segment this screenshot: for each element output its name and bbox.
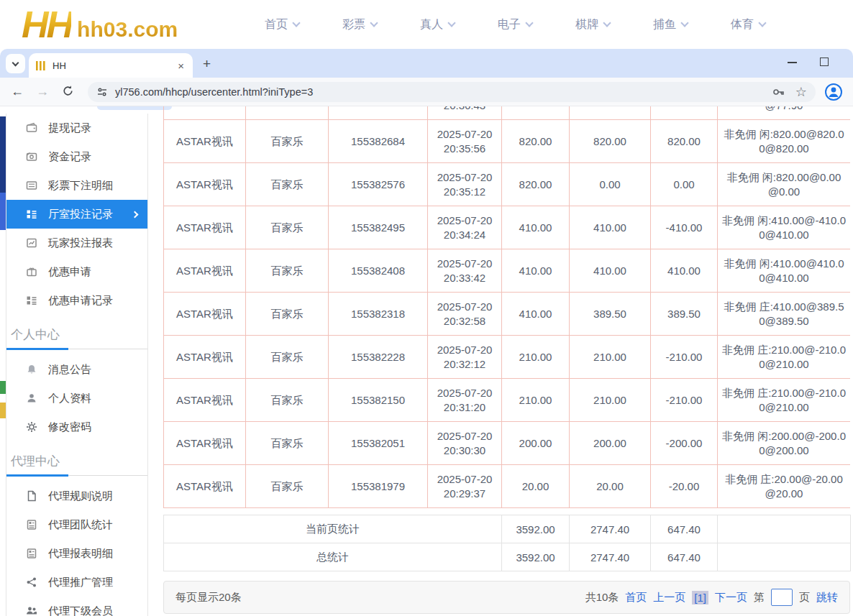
nav-item-sports[interactable]: 体育 — [731, 17, 765, 32]
site-logo[interactable]: HH hh03.com — [22, 3, 178, 46]
back-button[interactable]: ← — [11, 83, 24, 99]
table-row-partial: 20:36:43 @77.90 — [164, 106, 851, 120]
grid-list-icon — [26, 295, 37, 306]
cell-bet: 410.00 — [502, 206, 570, 249]
cell-time: 2025-07-2020:35:56 — [428, 120, 502, 163]
cell-time: 2025-07-2020:32:12 — [428, 336, 502, 379]
share-icon — [26, 576, 37, 588]
tab-close-icon[interactable]: × — [176, 60, 186, 72]
table-row: ASTAR视讯 百家乐 155382318 2025-07-2020:32:58… — [164, 293, 851, 336]
summary-valid: 2747.40 — [570, 515, 651, 543]
logo-domain-text: hh03.com — [77, 17, 178, 42]
forward-button[interactable]: → — [36, 83, 49, 99]
sidebar-item-player-bet-report[interactable]: 玩家投注报表 — [6, 229, 147, 257]
page-jump-input[interactable] — [771, 589, 793, 606]
cell-winloss: 389.50 — [651, 293, 718, 336]
jump-button[interactable]: 跳转 — [816, 591, 838, 604]
table-row: ASTAR视讯 百家乐 155382408 2025-07-2020:33:42… — [164, 249, 851, 293]
cell-winloss: -210.00 — [651, 336, 718, 379]
section-underline — [6, 348, 68, 350]
nav-item-live[interactable]: 真人 — [420, 17, 455, 32]
table-row: ASTAR视讯 百家乐 155382150 2025-07-2020:31:20… — [164, 379, 851, 422]
cell-bet-id: 155381979 — [329, 465, 428, 508]
sidebar-item-profile[interactable]: 个人资料 — [6, 384, 147, 413]
money-icon — [26, 151, 37, 162]
total-count-text: 共10条 — [585, 591, 619, 604]
nav-item-cards[interactable]: 棋牌 — [575, 17, 610, 32]
chevron-down-icon — [370, 19, 378, 27]
sidebar-item-promo-apply[interactable]: 优惠申请 — [6, 257, 147, 286]
cell-bet-id: 155382576 — [329, 163, 428, 206]
cell-game: 百家乐 — [246, 379, 329, 422]
cell-winloss: 0.00 — [651, 163, 718, 206]
sidebar-item-agent-report-detail[interactable]: 代理报表明细 — [6, 539, 147, 568]
cell-bet-id: 155382495 — [329, 206, 428, 249]
bell-icon — [26, 364, 37, 375]
window-minimize-button[interactable] — [788, 62, 797, 63]
sidebar-item-promo-apply-records[interactable]: 优惠申请记录 — [6, 286, 147, 315]
page-edge-sliver — [0, 116, 6, 193]
nav-item-lottery[interactable]: 彩票 — [342, 17, 377, 32]
cell-remark: 非免佣 闲:820.00@0.00@0.00 — [718, 163, 851, 206]
nav-item-slots[interactable]: 电子 — [498, 17, 532, 32]
nav-item-fishing[interactable]: 捕鱼 — [653, 17, 688, 32]
cell-remark: 非免佣 庄:210.00@-210.00@210.00 — [718, 379, 851, 422]
summary-label: 当前页统计 — [164, 515, 502, 543]
address-bar[interactable]: yl756.com/hhcp/usercenter.html?iniType=3… — [88, 82, 816, 102]
cell-remark: 非免佣 闲:820.00@820.00@820.00 — [718, 120, 851, 163]
summary-winloss: 647.40 — [651, 543, 718, 571]
cell-bet-id: 155382051 — [329, 422, 428, 465]
cell-valid: 389.50 — [570, 293, 651, 336]
sidebar-item-lottery-bet-detail[interactable]: 彩票下注明细 — [6, 171, 147, 200]
nav-item-home[interactable]: 首页 — [265, 17, 299, 32]
sidebar-section-personal: 个人中心 — [6, 322, 147, 349]
jump-prefix-text: 第 — [754, 591, 765, 604]
chevron-down-icon — [680, 19, 688, 27]
site-settings-icon[interactable] — [96, 86, 108, 98]
cell-valid: 410.00 — [570, 249, 651, 293]
bookmark-star-icon[interactable]: ☆ — [795, 84, 807, 100]
sidebar-item-hall-bet-records[interactable]: 厅室投注记录 — [6, 200, 147, 229]
next-page-link[interactable]: 下一页 — [715, 591, 747, 604]
cell-bet: 200.00 — [502, 422, 570, 465]
tab-search-button[interactable] — [6, 54, 25, 73]
cell-bet: 20.00 — [502, 465, 570, 508]
profile-avatar-icon[interactable] — [824, 83, 843, 104]
reload-button[interactable] — [62, 85, 74, 101]
sidebar-item-agent-team-stats[interactable]: 代理团队统计 — [6, 510, 147, 539]
grid-list-icon — [26, 208, 37, 220]
sidebar-item-announcements[interactable]: 消息公告 — [6, 355, 147, 384]
list-icon — [26, 180, 37, 191]
prev-page-link[interactable]: 上一页 — [653, 591, 685, 604]
cell-hall: ASTAR视讯 — [164, 293, 246, 336]
first-page-link[interactable]: 首页 — [625, 591, 647, 604]
chevron-down-icon — [603, 19, 611, 27]
table-row: ASTAR视讯 百家乐 155381979 2025-07-2020:29:37… — [164, 465, 851, 508]
sidebar-item-agent-promotion[interactable]: 代理推广管理 — [6, 568, 147, 597]
sidebar-item-withdraw-records[interactable]: 提现记录 — [6, 114, 147, 142]
cell-bet: 410.00 — [502, 249, 570, 293]
cell-valid: 0.00 — [570, 163, 651, 206]
cell-game: 百家乐 — [246, 422, 329, 465]
sidebar-item-agent-members[interactable]: 代理下级会员 — [6, 597, 147, 616]
cell-hall: ASTAR视讯 — [164, 249, 246, 293]
browser-toolbar: ← → yl756.com/hhcp/usercenter.html?iniTy… — [0, 78, 853, 106]
sidebar-item-fund-records[interactable]: 资金记录 — [6, 142, 147, 171]
cell-valid: 200.00 — [570, 422, 651, 465]
table-scroll-clip: 20:36:43 @77.90 ASTAR视讯 百家乐 155382684 20… — [163, 106, 850, 515]
cell-valid: 210.00 — [570, 336, 651, 379]
window-maximize-button[interactable] — [820, 58, 829, 66]
browser-tab[interactable]: HH × — [29, 53, 193, 78]
cell-remark: 非免佣 庄:410.00@389.50@389.50 — [718, 293, 851, 336]
url-text: yl756.com/hhcp/usercenter.html?iniType=3 — [115, 86, 771, 98]
summary-row-page: 当前页统计 3592.00 2747.40 647.40 — [164, 515, 851, 543]
document-icon — [26, 490, 37, 502]
cell-time: 2025-07-2020:29:37 — [428, 465, 502, 508]
new-tab-button[interactable]: + — [203, 56, 211, 72]
sidebar-item-agent-rules[interactable]: 代理规则说明 — [6, 482, 147, 510]
cell-bet: 210.00 — [502, 379, 570, 422]
password-key-icon[interactable] — [771, 85, 785, 99]
sidebar-item-change-password[interactable]: 修改密码 — [6, 413, 147, 441]
cell-hall: ASTAR视讯 — [164, 120, 246, 163]
summary-row-total: 总统计 3592.00 2747.40 647.40 — [164, 543, 851, 571]
